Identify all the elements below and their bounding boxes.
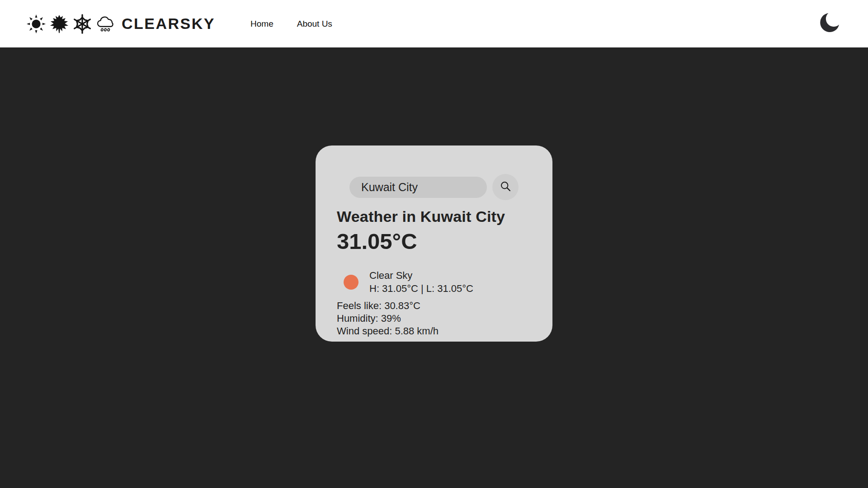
condition-text-block: Clear Sky H: 31.05°C | L: 31.05°C	[369, 269, 473, 295]
condition-label: Clear Sky	[369, 269, 473, 282]
search-button[interactable]	[492, 174, 519, 200]
dark-mode-toggle-button[interactable]	[816, 10, 843, 38]
condition-row: Clear Sky H: 31.05°C | L: 31.05°C	[337, 269, 531, 295]
nav-link-home[interactable]: Home	[250, 19, 274, 29]
rain-cloud-icon	[95, 14, 116, 34]
moon-icon	[817, 10, 841, 37]
maple-leaf-icon	[49, 14, 70, 34]
brand-name: CLEARSKY	[122, 15, 215, 33]
page-body: Weather in Kuwait City 31.05°C Clear Sky…	[0, 47, 868, 488]
wind-speed-value: Wind speed: 5.88 km/h	[337, 325, 531, 338]
main-nav: Home About Us	[250, 19, 332, 29]
humidity-value: Humidity: 39%	[337, 312, 531, 325]
feels-like-value: Feels like: 30.83°C	[337, 300, 531, 312]
city-search-input[interactable]	[349, 177, 487, 198]
weather-title: Weather in Kuwait City	[337, 208, 531, 225]
current-temperature: 31.05°C	[337, 229, 531, 254]
weather-card-content: Weather in Kuwait City 31.05°C Clear Sky…	[316, 208, 552, 338]
weather-card: Weather in Kuwait City 31.05°C Clear Sky…	[316, 145, 552, 342]
clear-sky-sun-icon	[344, 275, 359, 290]
high-low-temps: H: 31.05°C | L: 31.05°C	[369, 282, 473, 295]
header: CLEARSKY Home About Us	[0, 0, 868, 47]
search-row	[316, 174, 552, 200]
weather-details: Feels like: 30.83°C Humidity: 39% Wind s…	[337, 300, 531, 338]
sun-icon	[26, 14, 47, 34]
snowflake-icon	[72, 14, 93, 34]
nav-link-about-us[interactable]: About Us	[297, 19, 332, 29]
brand-logo[interactable]: CLEARSKY	[26, 14, 215, 34]
magnifier-icon	[497, 178, 514, 196]
